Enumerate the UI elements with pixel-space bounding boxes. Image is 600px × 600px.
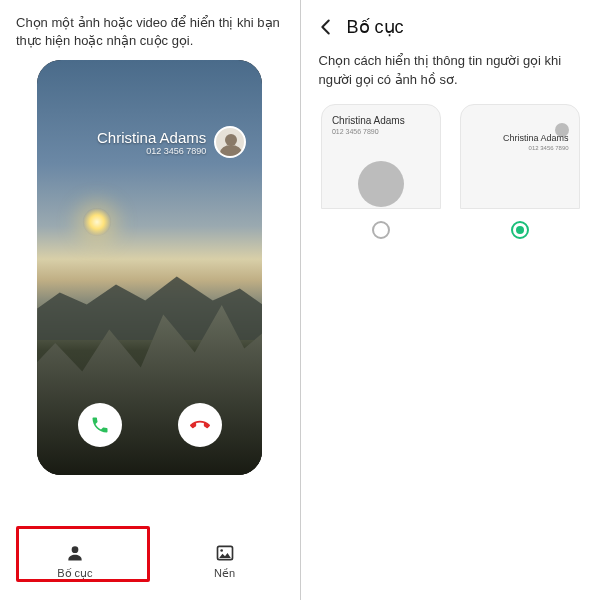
phone-accept-icon: [90, 415, 110, 435]
caller-name: Christina Adams: [97, 129, 206, 146]
caller-avatar-icon: [214, 126, 246, 158]
phone-mockup: Christina Adams 012 3456 7890: [37, 60, 262, 475]
reject-call-button[interactable]: [178, 403, 222, 447]
tab-layout[interactable]: Bố cục: [0, 532, 150, 590]
person-icon: [65, 543, 85, 563]
svg-point-0: [72, 546, 79, 553]
large-avatar-icon: [358, 161, 404, 207]
option2-name: Christina Adams: [503, 133, 569, 143]
page-title: Bố cục: [347, 16, 404, 38]
option1-name: Christina Adams: [332, 115, 430, 126]
caller-number: 012 3456 7890: [97, 146, 206, 156]
radio-option-1[interactable]: [372, 221, 390, 239]
svg-point-2: [220, 549, 223, 552]
phone-reject-icon: [190, 415, 210, 435]
layout-description: Chọn cách hiển thị thông tin người gọi k…: [301, 46, 601, 104]
layout-option-small-avatar[interactable]: Christina Adams 012 3456 7890: [457, 104, 582, 239]
layout-option-large-avatar[interactable]: Christina Adams 012 3456 7890: [319, 104, 444, 239]
tab-background[interactable]: Nền: [150, 532, 300, 590]
tab-background-label: Nền: [214, 567, 235, 580]
option2-number: 012 3456 7890: [503, 145, 569, 151]
accept-call-button[interactable]: [78, 403, 122, 447]
tab-layout-label: Bố cục: [57, 567, 92, 580]
caller-info: Christina Adams 012 3456 7890: [97, 126, 246, 158]
preview-instruction: Chọn một ảnh hoặc video để hiển thị khi …: [0, 0, 300, 60]
radio-option-2[interactable]: [511, 221, 529, 239]
back-icon[interactable]: [315, 16, 337, 38]
pane-preview: Chọn một ảnh hoặc video để hiển thị khi …: [0, 0, 300, 600]
bottom-tabs: Bố cục Nền: [0, 532, 300, 590]
option1-number: 012 3456 7890: [332, 128, 430, 135]
pane-layout-settings: Bố cục Chọn cách hiển thị thông tin ngườ…: [301, 0, 601, 600]
image-icon: [215, 543, 235, 563]
